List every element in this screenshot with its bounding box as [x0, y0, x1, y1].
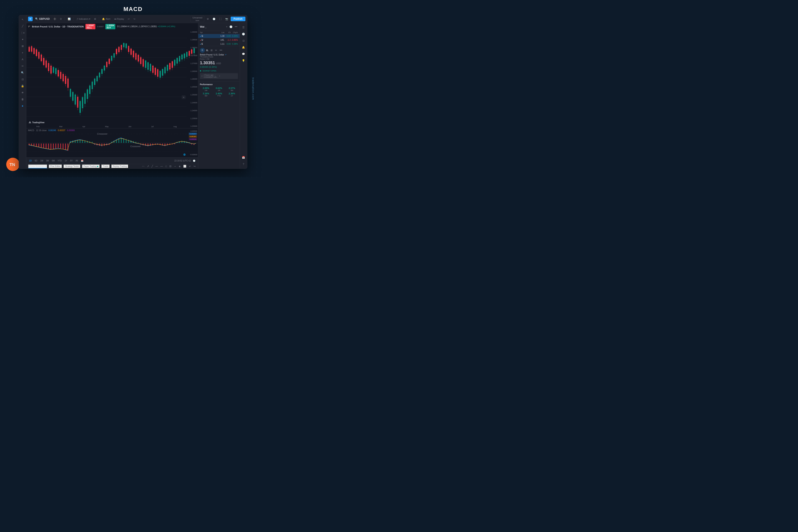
chart-container: ↖ ╱ ⋮≡ ✶ ⊞ ⌖ A ✏ 🔍 ⊡ 🔒 👁 🗑 ★ M 🔍 GBPUSD … — [19, 15, 247, 169]
chevron-down-icon: ▾ — [89, 18, 90, 20]
measure-tool[interactable]: ⌖ — [20, 50, 25, 56]
clock-watchlist-icon[interactable]: 🕐 — [229, 25, 233, 29]
multi-line-tool[interactable]: ⋮≡ — [20, 30, 25, 36]
fib-draw-btn[interactable]: ⊟ — [169, 164, 172, 168]
svg-rect-75 — [116, 49, 117, 54]
eye-tool[interactable]: 👁 — [20, 90, 25, 95]
replay-btn[interactable]: ⏮ Replay — [113, 17, 125, 21]
clock-strip-icon[interactable]: 🕐 — [241, 31, 246, 37]
tf-all-btn[interactable]: All — [75, 159, 79, 162]
watchlist-item-g[interactable]: ●G 1.30 0.00 0.34% — [198, 34, 240, 38]
path-tool[interactable]: ✶ — [20, 37, 25, 42]
camera-btn[interactable]: 📷 — [224, 17, 229, 21]
pine-editor-tab[interactable]: Pine Editor — [49, 164, 62, 168]
clock-btn[interactable]: 🕐 — [211, 17, 217, 21]
lightbulb-strip-icon[interactable]: 💡 — [241, 58, 246, 63]
cursor-draw-btn[interactable]: ↗ — [146, 164, 150, 168]
undo-btn[interactable]: ↩ — [127, 17, 131, 21]
add-watchlist-btn[interactable]: + — [225, 25, 228, 29]
strategy-tester-tab[interactable]: Strategy Tester — [63, 164, 81, 168]
trash-tool[interactable]: 🗑 — [20, 97, 25, 102]
text-tool[interactable]: A — [20, 57, 25, 62]
svg-rect-174 — [101, 144, 102, 146]
line-draw-btn[interactable]: ╱ — [151, 164, 154, 168]
bell-strip-icon[interactable]: 🔔 — [241, 45, 246, 50]
detail-edit-btn[interactable]: ✏ — [214, 48, 218, 52]
watchlist-item-u[interactable]: ●U 145. -1.2 -0.86% — [198, 38, 240, 42]
comment-item[interactable]: ⟨ 2 hours ago → COMMENT-US... › — [200, 73, 238, 79]
vline-draw-btn[interactable]: — — [159, 164, 164, 168]
pointer-draw-btn[interactable]: ⬖ — [178, 164, 182, 168]
tf-ytd-btn[interactable]: YTD — [57, 159, 63, 162]
svg-rect-105 — [152, 66, 153, 73]
chat-strip-icon[interactable]: 💬 — [241, 51, 246, 57]
unnamed-btn[interactable]: Unnamed Save — [191, 16, 204, 22]
indicators-btn[interactable]: ƒ Indicators ▾ — [75, 17, 92, 21]
layouts-btn[interactable]: ⊞ — [93, 17, 97, 21]
line-tool[interactable]: ╱ — [20, 23, 25, 29]
magnet-tool[interactable]: ⊡ — [20, 77, 25, 82]
trade-tab[interactable]: Trade — [101, 164, 110, 168]
tf-5d-btn[interactable]: 5D — [34, 159, 38, 162]
watchlist-strip-icon[interactable]: ☰ — [241, 25, 246, 30]
tf-3m-btn[interactable]: 3M — [45, 159, 50, 162]
redo-btn[interactable]: ↪ — [132, 17, 136, 21]
sell-badge: 1.30347 SELL — [86, 24, 95, 29]
svg-rect-107 — [155, 68, 156, 75]
tf-6m-btn[interactable]: 6M — [51, 159, 56, 162]
tf-5y-btn[interactable]: 5Y — [69, 159, 74, 162]
hline-draw-btn[interactable]: — — [155, 164, 159, 168]
rect-draw-btn[interactable]: □ — [165, 164, 168, 168]
svg-rect-117 — [167, 65, 168, 71]
publish-btn[interactable]: Publish — [231, 17, 245, 21]
question-strip-icon[interactable]: ? — [241, 162, 246, 167]
date-range-btn[interactable]: 📅 — [80, 159, 84, 162]
redo-draw-btn[interactable]: ↪ — [193, 164, 196, 168]
tf-1d-btn[interactable]: 1D — [28, 159, 33, 162]
svg-rect-123 — [174, 60, 175, 65]
alert-btn[interactable]: 🔔 Alert — [101, 17, 112, 21]
dot-tool-btn[interactable]: ⋯ — [141, 164, 145, 168]
tradingview-logo: TradingView — [28, 121, 44, 124]
chart-type-btn[interactable]: 📊 — [66, 17, 72, 21]
forex-screener-tab[interactable]: Forex Screener ▾ — [28, 164, 48, 168]
alert-icon: 🔔 — [102, 18, 105, 20]
fullscreen-btn[interactable]: ⛶ — [218, 17, 223, 21]
comment-arrow-icon: ⟨ — [202, 75, 203, 77]
brush-tool[interactable]: ✏ — [20, 63, 25, 69]
symbol-search[interactable]: 🔍 GBPUSD — [34, 17, 51, 21]
tf-1m-btn[interactable]: 1M — [39, 159, 44, 162]
svg-rect-113 — [162, 69, 163, 75]
perf-1m: 0.62% 1M — [213, 87, 225, 92]
replay-trading-tab[interactable]: Replay Trading — [111, 164, 129, 168]
measure-draw-btn[interactable]: ↔ — [173, 164, 177, 168]
tf-1y-btn[interactable]: 1Y — [63, 159, 68, 162]
detail-grid-btn[interactable]: ⊞ — [210, 48, 213, 52]
settings-btn[interactable]: ⚙ — [206, 17, 210, 21]
detail-panel: G G. ⊞ ✏ ••• British Pound / U.S. Dollar… — [198, 46, 240, 81]
svg-rect-73 — [113, 53, 114, 57]
svg-rect-81 — [123, 43, 124, 47]
brand-text: tradenation.com — [251, 77, 254, 100]
box-draw-btn[interactable]: ⬜ — [183, 164, 187, 168]
star-tool[interactable]: ★ — [20, 103, 25, 109]
macd-lower-label: -0.00500 — [190, 154, 197, 156]
layers-strip-icon[interactable]: ⊡ — [241, 38, 246, 43]
time-axis: Feb Mar Apr May Jun Jul Aug — [26, 125, 187, 128]
timeframe-selector[interactable]: D — [59, 17, 63, 21]
lock-tool[interactable]: 🔒 — [20, 83, 25, 89]
paper-trading-tab[interactable]: Paper Trading — [82, 164, 100, 168]
calendar-strip-icon[interactable]: 📅 — [241, 155, 246, 160]
undo-draw-btn[interactable]: ↩ — [188, 164, 192, 168]
watchlist-item-e[interactable]: ●E 1.11 0.00 0.38% — [198, 42, 240, 46]
expand-btn[interactable]: » — [182, 95, 186, 99]
zoom-tool[interactable]: 🔍 — [20, 70, 25, 75]
svg-rect-135 — [189, 51, 190, 56]
detail-more-btn[interactable]: ••• — [219, 48, 223, 52]
cursor-tool[interactable]: ↖ — [20, 17, 25, 22]
more-watchlist-btn[interactable]: ••• — [234, 25, 238, 29]
pattern-tool[interactable]: ⊞ — [20, 43, 25, 49]
tv-brand: TradingView — [32, 121, 44, 124]
expand-macd-btn[interactable]: 🌐 — [183, 154, 186, 156]
add-symbol-btn[interactable]: ➕ — [52, 17, 58, 21]
